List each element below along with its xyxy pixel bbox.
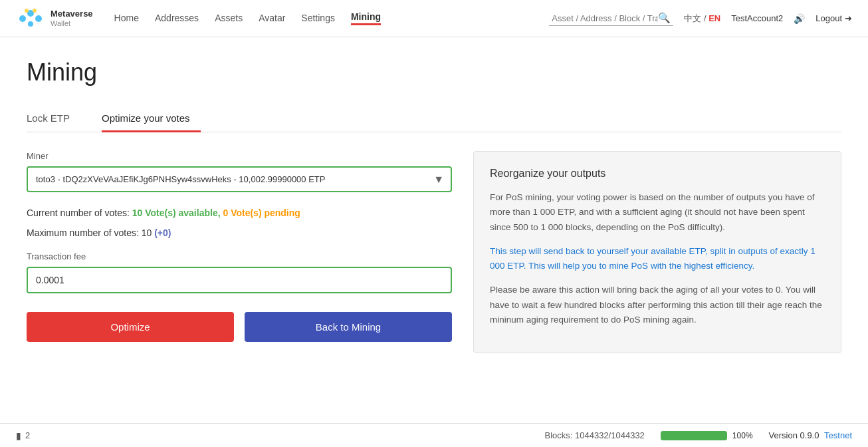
navbar: Metaverse Wallet Home Addresses Assets A… [0, 0, 868, 37]
signal-icon: ▮ [16, 430, 21, 441]
logo-subtitle: Wallet [51, 19, 93, 27]
nav-addresses[interactable]: Addresses [155, 13, 199, 25]
nav-links: Home Addresses Assets Avatar Settings Mi… [114, 11, 550, 25]
svg-point-3 [25, 9, 29, 13]
votes-delta: (+0) [154, 227, 171, 238]
svg-point-2 [35, 15, 42, 22]
content-grid: Miner toto3 - tDQ2zXVeVAaJEfiKJg6PNHSyw4… [27, 151, 841, 353]
testnet-link[interactable]: Testnet [824, 430, 852, 440]
footer-left: ▮ 2 [16, 430, 30, 441]
votes-available: 10 Vote(s) available, [132, 208, 221, 218]
nav-avatar[interactable]: Avatar [259, 13, 285, 25]
nav-assets[interactable]: Assets [215, 13, 243, 25]
svg-point-0 [19, 15, 26, 22]
left-panel: Miner toto3 - tDQ2zXVeVAaJEfiKJg6PNHSyw4… [27, 151, 452, 342]
nav-mining[interactable]: Mining [351, 11, 381, 25]
back-to-mining-button[interactable]: Back to Mining [245, 312, 452, 342]
votes-prefix: Current number of votes: [27, 208, 132, 218]
button-row: Optimize Back to Mining [27, 312, 452, 342]
info-panel: Reorganize your outputs For PoS mining, … [473, 151, 841, 353]
footer: ▮ 2 Blocks: 1044332/1044332 100% Version… [0, 423, 868, 447]
votes-pending: 0 Vote(s) pending [223, 208, 300, 218]
nav-settings[interactable]: Settings [301, 13, 335, 25]
svg-point-4 [33, 9, 37, 13]
tx-fee-input[interactable] [27, 267, 452, 293]
votes-info-current: Current number of votes: 10 Vote(s) avai… [27, 206, 452, 220]
search-box[interactable]: 🔍 [549, 11, 673, 26]
account-name: TestAccount2 [731, 13, 783, 23]
tx-fee-label: Transaction fee [27, 251, 452, 261]
progress-bar-bg [661, 431, 727, 440]
miner-select-wrapper: toto3 - tDQ2zXVeVAaJEfiKJg6PNHSyw4ssvwHe… [27, 166, 452, 192]
page-title: Mining [27, 59, 841, 86]
language-toggle[interactable]: 中文 / EN [684, 13, 720, 25]
lang-cn[interactable]: 中文 [684, 13, 701, 23]
nav-right: 🔍 中文 / EN TestAccount2 🔊 Logout ➜ [549, 11, 852, 26]
sound-icon[interactable]: 🔊 [794, 13, 805, 24]
optimize-button[interactable]: Optimize [27, 312, 234, 342]
progress-label: 100% [732, 431, 753, 440]
logo-icon [16, 4, 45, 33]
search-input[interactable] [552, 13, 658, 23]
lang-en[interactable]: EN [708, 13, 720, 23]
max-votes-prefix: Maximum number of votes: 10 [27, 227, 154, 238]
version-text: Version 0.9.0 Testnet [769, 430, 852, 440]
nav-home[interactable]: Home [114, 13, 139, 25]
progress-bar-fill [661, 431, 727, 440]
svg-point-5 [28, 21, 33, 27]
tab-optimize-votes[interactable]: Optimize your votes [102, 106, 201, 132]
version-number: Version 0.9.0 [769, 430, 819, 440]
logo-title: Metaverse [51, 9, 93, 19]
logout-button[interactable]: Logout ➜ [815, 13, 852, 23]
miner-label: Miner [27, 151, 452, 161]
blocks-info: Blocks: 1044332/1044332 100% Version 0.9… [545, 430, 853, 440]
signal-count: 2 [25, 430, 30, 440]
progress-bar-wrap: 100% [661, 431, 753, 440]
tab-lock-etp[interactable]: Lock ETP [27, 106, 80, 132]
votes-info-max: Maximum number of votes: 10 (+0) [27, 225, 452, 240]
info-para-1: For PoS mining, your voting power is bas… [490, 190, 825, 235]
info-para-2: This step will send back to yourself you… [490, 244, 825, 274]
logout-icon: ➜ [845, 13, 852, 23]
main-content: Mining Lock ETP Optimize your votes Mine… [0, 37, 868, 423]
info-para-3: Please be aware this action will bring b… [490, 283, 825, 327]
tab-bar: Lock ETP Optimize your votes [27, 105, 841, 132]
miner-select[interactable]: toto3 - tDQ2zXVeVAaJEfiKJg6PNHSyw4ssvwHe… [27, 166, 452, 192]
info-panel-title: Reorganize your outputs [490, 168, 825, 180]
logo: Metaverse Wallet [16, 4, 93, 33]
search-icon[interactable]: 🔍 [658, 12, 671, 24]
logout-label: Logout [815, 13, 842, 23]
blocks-label: Blocks: 1044332/1044332 [545, 430, 645, 440]
